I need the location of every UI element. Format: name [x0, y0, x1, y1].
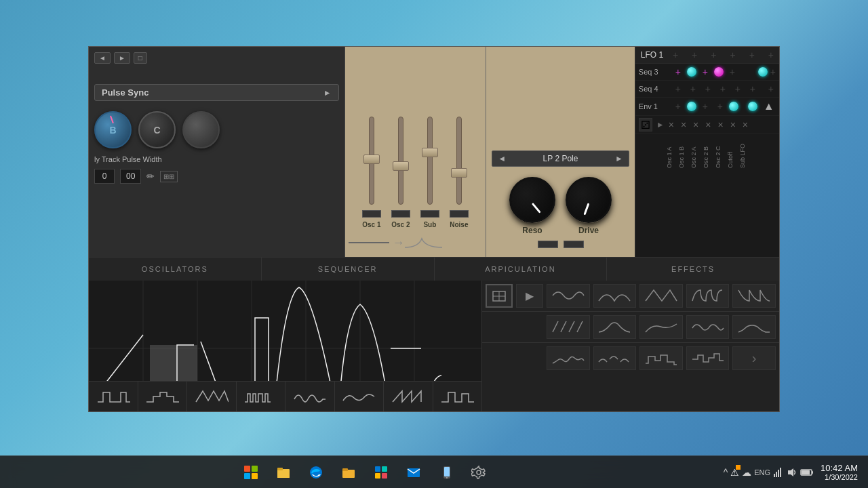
seq4-plus-6[interactable]: +: [747, 83, 759, 94]
osc1-fader-track[interactable]: [369, 117, 374, 205]
seq3-plus-2[interactable]: +: [699, 66, 711, 77]
lfo-shape-more2[interactable]: ›: [732, 346, 776, 370]
seq3-plus-3[interactable]: +: [726, 66, 738, 77]
value-double-zero[interactable]: 00: [120, 169, 141, 184]
wave-cell-2[interactable]: [138, 382, 188, 411]
osc1-mute-btn[interactable]: [362, 210, 381, 218]
knob-b[interactable]: [94, 111, 132, 148]
seq4-x[interactable]: +: [768, 83, 774, 94]
square-button[interactable]: □: [134, 52, 147, 64]
osc2-mute-btn[interactable]: [391, 210, 410, 218]
seq3-dot-cyan-right[interactable]: [758, 67, 768, 77]
seq3-dot-cyan-1[interactable]: [687, 67, 696, 77]
wave-cell-5[interactable]: [285, 382, 335, 411]
lfo-shape-ramp[interactable]: [732, 284, 776, 308]
env1-plus-3[interactable]: +: [714, 101, 726, 112]
x-mark-1[interactable]: ×: [669, 119, 674, 130]
env1-dot-cyan-3[interactable]: [748, 102, 757, 111]
env1-up-arrow[interactable]: ▲: [764, 100, 774, 113]
seq4-plus-4[interactable]: +: [717, 83, 729, 94]
mail-button[interactable]: [400, 459, 427, 486]
reso-mute-btn[interactable]: [538, 241, 558, 248]
midi-icon[interactable]: ⊞⊞: [160, 171, 178, 182]
x-mark-4[interactable]: ×: [705, 119, 711, 130]
play-arrow[interactable]: ►: [656, 120, 665, 129]
lfo-shape-rand1[interactable]: [547, 346, 590, 370]
osc1-fader-thumb[interactable]: [363, 155, 380, 164]
pulse-sync-bar[interactable]: Pulse Sync ►: [94, 84, 339, 101]
env1-dot-cyan-2[interactable]: [729, 102, 738, 111]
battery-icon[interactable]: [800, 468, 814, 476]
reso-knob[interactable]: [509, 177, 555, 223]
next-button[interactable]: ►: [114, 52, 130, 64]
osc2-fader-track[interactable]: [398, 117, 403, 205]
cloud-icon[interactable]: ☁: [742, 467, 751, 478]
sound-icon[interactable]: [787, 467, 797, 478]
lfo-shape-rand2[interactable]: [593, 346, 637, 370]
lfo-shape-sine2[interactable]: [593, 284, 637, 308]
windows-start-button[interactable]: [237, 459, 264, 486]
seq3-dot-magenta[interactable]: [714, 67, 724, 77]
value-zero[interactable]: 0: [94, 169, 115, 184]
lfo-shape-sine[interactable]: [547, 284, 590, 308]
x-mark-3[interactable]: ×: [693, 119, 698, 130]
folder-button[interactable]: [335, 459, 362, 486]
filter-prev-arrow[interactable]: ◄: [498, 154, 506, 163]
sub-mute-btn[interactable]: [420, 210, 439, 218]
lfo-shape-rand3[interactable]: [639, 346, 683, 370]
dice-btn[interactable]: ⚂: [639, 118, 652, 131]
env1-dot-cyan-1[interactable]: [687, 102, 696, 111]
store-button[interactable]: [368, 459, 395, 486]
x-mark-2[interactable]: ×: [681, 119, 686, 130]
drive-knob[interactable]: [566, 177, 612, 223]
wave-cell-8[interactable]: [433, 382, 482, 411]
drive-mute-btn[interactable]: [564, 241, 584, 248]
prev-button[interactable]: ◄: [94, 52, 111, 64]
wave-cell-3[interactable]: [187, 382, 237, 411]
seq3-plus-1[interactable]: +: [672, 66, 684, 77]
tray-expand-icon[interactable]: ^: [724, 467, 728, 478]
lfo-shape-exp[interactable]: [593, 315, 637, 339]
phone-link-button[interactable]: [433, 459, 460, 486]
tab-oscillators[interactable]: OSCILLATORS: [89, 258, 262, 281]
lfo-shape-ramp2[interactable]: [547, 315, 590, 339]
sub-fader-thumb[interactable]: [422, 148, 438, 157]
x-mark-7[interactable]: ×: [743, 119, 748, 130]
lfo-shape-more1[interactable]: [686, 346, 730, 370]
lfo-shape-custom1[interactable]: [686, 315, 730, 339]
seq4-plus-2[interactable]: +: [687, 83, 699, 94]
seq4-plus-3[interactable]: +: [702, 83, 714, 94]
pencil-icon[interactable]: ✏: [146, 171, 155, 182]
wave-cell-6[interactable]: [335, 382, 384, 411]
lfo-shape-custom2[interactable]: [732, 315, 776, 339]
wave-cell-7[interactable]: [384, 382, 433, 411]
tab-sequencer[interactable]: SEQUENCER: [262, 258, 435, 281]
wave-cell-4[interactable]: [237, 382, 286, 411]
noise-fader-thumb[interactable]: [451, 168, 467, 178]
file-explorer-button[interactable]: [270, 459, 297, 486]
tab-arpiculation[interactable]: ARPICULATION: [435, 258, 608, 281]
seq4-plus-1[interactable]: +: [672, 83, 684, 94]
lfo-shape-log[interactable]: [639, 315, 683, 339]
knob-gray[interactable]: [182, 111, 220, 148]
env1-plus-2[interactable]: +: [699, 101, 711, 112]
filter-next-arrow[interactable]: ►: [615, 154, 623, 163]
edge-browser-button[interactable]: [302, 459, 330, 486]
noise-fader-track[interactable]: [456, 117, 462, 205]
warning-tray-icon[interactable]: ⚠: [730, 466, 739, 479]
filter-selector-bar[interactable]: ◄ LP 2 Pole ►: [492, 150, 629, 167]
tab-effects[interactable]: EFFECTS: [607, 258, 779, 281]
lfo-shape-saw[interactable]: [686, 284, 730, 308]
x-mark-5[interactable]: ×: [717, 119, 723, 130]
network-icon[interactable]: [773, 467, 784, 478]
noise-mute-btn[interactable]: [450, 210, 469, 218]
sub-fader-track[interactable]: [427, 117, 433, 205]
seq4-plus-5[interactable]: +: [732, 83, 744, 94]
osc2-fader-thumb[interactable]: [393, 161, 409, 171]
lfo-select-btn[interactable]: [486, 284, 513, 308]
wave-cell-1[interactable]: [89, 382, 138, 411]
env1-plus-1[interactable]: +: [672, 101, 684, 112]
lfo-shape-tri[interactable]: [639, 284, 683, 308]
x-mark-6[interactable]: ×: [730, 119, 736, 130]
clock[interactable]: 10:42 AM 1/30/2022: [821, 463, 858, 481]
